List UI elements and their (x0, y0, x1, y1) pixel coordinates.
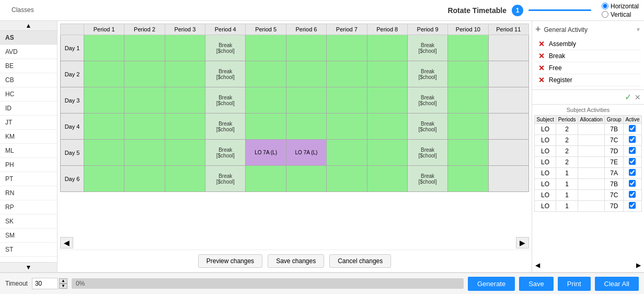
sa-active-checkbox[interactable] (629, 125, 636, 132)
timeout-down-btn[interactable]: ▼ (59, 284, 67, 289)
scroll-left-btn[interactable]: ◀ (60, 237, 73, 248)
sidebar-item-HC[interactable]: HC (0, 87, 57, 101)
timetable-cell[interactable] (165, 35, 205, 61)
sidebar-scroll-up[interactable]: ▲ (0, 21, 57, 31)
sidebar-item-RP[interactable]: RP (0, 200, 57, 214)
remove-activity-register[interactable]: ✕ (538, 76, 545, 84)
timetable-cell[interactable] (488, 35, 528, 61)
sa-cell-active[interactable] (623, 201, 641, 212)
timetable-cell[interactable] (286, 35, 326, 61)
timetable-cell[interactable] (286, 87, 326, 114)
timetable-cell[interactable]: Break[$chool] (205, 35, 246, 61)
timeout-input[interactable] (32, 278, 58, 289)
add-general-activity-btn[interactable]: + (535, 24, 541, 35)
timetable-cell[interactable]: Break[$chool] (205, 140, 246, 166)
sidebar-item-PH[interactable]: PH (0, 158, 57, 172)
timetable-cell[interactable]: Break[$chool] (407, 166, 447, 192)
timetable-cell[interactable]: Break[$chool] (205, 166, 246, 192)
sa-cell-active[interactable] (623, 157, 641, 168)
sidebar-item-BE[interactable]: BE (0, 59, 57, 73)
scroll-right-btn[interactable]: ▶ (516, 237, 529, 248)
clear-all-btn[interactable]: Clear All (595, 277, 639, 291)
timetable-cell[interactable] (84, 140, 124, 166)
radio-horizontal-input[interactable] (602, 3, 608, 9)
sa-table-wrap[interactable]: SubjectPeriodsAllocationGroupActiveLO27B… (534, 115, 642, 261)
timetable-cell[interactable] (448, 114, 488, 140)
sidebar-item-JT[interactable]: JT (0, 116, 57, 130)
timetable-cell[interactable] (327, 140, 367, 166)
sa-cell-active[interactable] (623, 190, 641, 201)
timetable-cell[interactable]: Break[$chool] (205, 61, 246, 87)
timetable-cell[interactable] (124, 140, 165, 166)
radio-horizontal[interactable]: Horizontal (602, 3, 639, 10)
sidebar-item-ML[interactable]: ML (0, 144, 57, 158)
sa-active-checkbox[interactable] (629, 147, 636, 154)
timetable-cell[interactable] (327, 35, 367, 61)
timetable-cell[interactable] (124, 35, 165, 61)
rotate-slider[interactable] (528, 9, 591, 11)
timetable-cell[interactable] (367, 140, 407, 166)
sa-active-checkbox[interactable] (629, 180, 636, 187)
timetable-cell[interactable] (367, 35, 407, 61)
timetable-cell[interactable] (488, 61, 528, 87)
remove-activity-break[interactable]: ✕ (538, 52, 545, 60)
timetable-cell[interactable] (246, 87, 286, 114)
timetable-cell[interactable] (84, 35, 124, 61)
timetable-cell[interactable] (165, 114, 205, 140)
timetable-cell[interactable] (488, 87, 528, 114)
radio-vertical[interactable]: Vertical (602, 11, 639, 18)
generate-btn[interactable]: Generate (468, 277, 515, 291)
timetable-cell[interactable] (327, 87, 367, 114)
timetable-cell[interactable] (367, 114, 407, 140)
timetable-cell[interactable] (286, 114, 326, 140)
timetable-cell[interactable] (367, 166, 407, 192)
timetable-cell[interactable] (84, 114, 124, 140)
timetable-cell[interactable] (327, 61, 367, 87)
sidebar-item-CB[interactable]: CB (0, 73, 57, 87)
save-btn[interactable]: Save (519, 277, 554, 291)
timetable-cell[interactable] (448, 140, 488, 166)
sidebar-item-ST[interactable]: ST (0, 243, 57, 257)
timetable-scroll[interactable]: Period 1Period 2Period 3Period 4Period 5… (58, 21, 532, 236)
cancel-changes-btn[interactable]: Cancel changes (329, 254, 391, 268)
timetable-cell[interactable]: Break[$chool] (205, 87, 246, 114)
sa-active-checkbox[interactable] (629, 158, 636, 165)
timetable-cell[interactable] (327, 114, 367, 140)
sa-cell-active[interactable] (623, 168, 641, 179)
timetable-cell[interactable] (165, 166, 205, 192)
timetable-cell[interactable] (84, 166, 124, 192)
timetable-cell[interactable]: Break[$chool] (407, 35, 447, 61)
timetable-cell[interactable] (448, 35, 488, 61)
timetable-cell[interactable]: Break[$chool] (407, 114, 447, 140)
sa-active-checkbox[interactable] (629, 169, 636, 176)
nav-tab-classes[interactable]: Classes (5, 2, 46, 19)
timetable-cell[interactable]: LO 7A (L) (246, 140, 286, 166)
sidebar-item-AVD[interactable]: AVD (0, 45, 57, 59)
sidebar-scroll-down[interactable]: ▼ (0, 262, 57, 272)
timetable-cell[interactable] (124, 87, 165, 114)
sa-cell-active[interactable] (623, 179, 641, 190)
sa-scroll-right[interactable]: ▶ (636, 262, 641, 269)
sidebar-item-ID[interactable]: ID (0, 101, 57, 116)
timetable-cell[interactable] (286, 166, 326, 192)
timetable-cell[interactable] (165, 87, 205, 114)
timetable-cell[interactable] (286, 61, 326, 87)
print-btn[interactable]: Print (558, 277, 591, 291)
ga-scroll-indicator[interactable]: ▼ (636, 27, 641, 32)
save-changes-btn[interactable]: Save changes (268, 254, 324, 268)
activity-confirm-btn[interactable]: ✓ (625, 92, 631, 102)
radio-vertical-input[interactable] (602, 11, 608, 18)
sa-cell-active[interactable] (623, 135, 641, 146)
timetable-cell[interactable] (84, 61, 124, 87)
sa-cell-active[interactable] (623, 124, 641, 135)
timetable-cell[interactable] (367, 61, 407, 87)
sidebar-item-SM[interactable]: SM (0, 229, 57, 243)
timetable-cell[interactable] (246, 114, 286, 140)
timetable-cell[interactable] (488, 166, 528, 192)
timetable-cell[interactable]: Break[$chool] (205, 114, 246, 140)
timetable-cell[interactable] (488, 114, 528, 140)
remove-activity-free[interactable]: ✕ (538, 64, 545, 72)
sidebar-item-RN[interactable]: RN (0, 186, 57, 200)
sa-cell-active[interactable] (623, 146, 641, 157)
sidebar-item-SK[interactable]: SK (0, 214, 57, 229)
